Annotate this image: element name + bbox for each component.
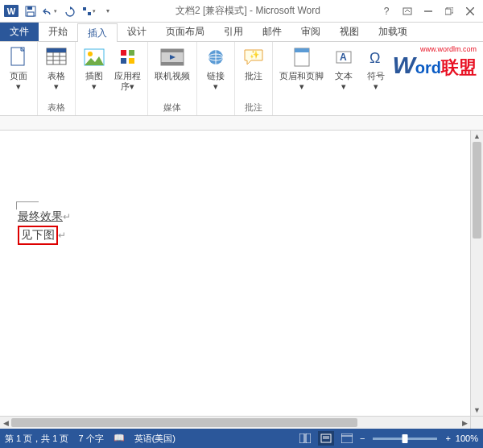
- group-illustrations: 插图 ▾ 应用程 序▾: [76, 42, 148, 115]
- paragraph-mark-icon: ↵: [63, 211, 71, 222]
- view-read-icon[interactable]: [297, 431, 313, 446]
- tab-design[interactable]: 设计: [118, 23, 156, 41]
- ribbon: 页面 ▾ 表格 ▾ 表格 插图 ▾ 应用程 序▾: [0, 42, 483, 116]
- apps-icon: [116, 45, 140, 69]
- status-proof-icon[interactable]: 📖: [114, 433, 125, 445]
- links-button[interactable]: 链接 ▾: [200, 44, 231, 93]
- svg-rect-3: [83, 7, 86, 10]
- tab-references[interactable]: 引用: [214, 23, 253, 41]
- scroll-up-icon[interactable]: ▲: [471, 131, 483, 142]
- zoom-slider[interactable]: [373, 438, 437, 440]
- minimize-icon[interactable]: [419, 3, 438, 19]
- svg-point-19: [88, 52, 93, 56]
- touch-mode-icon[interactable]: ▾: [80, 3, 97, 19]
- undo-icon[interactable]: ▾: [42, 3, 58, 19]
- horizontal-scrollbar[interactable]: ◀ ▶: [0, 416, 470, 429]
- group-media: 联机视频 媒体: [148, 42, 197, 115]
- tab-addins[interactable]: 加载项: [369, 23, 417, 41]
- quick-access-toolbar: W ▾ ▾ ▾: [0, 3, 119, 19]
- scroll-down-icon[interactable]: ▼: [471, 404, 483, 416]
- tab-home[interactable]: 开始: [39, 23, 77, 41]
- comment-button[interactable]: ✨ 批注: [238, 44, 269, 83]
- picture-icon: [82, 45, 106, 69]
- group-links: 链接 ▾: [197, 42, 235, 115]
- page-corner: [16, 201, 39, 209]
- scroll-thumb-vertical[interactable]: [473, 142, 481, 239]
- svg-rect-5: [403, 8, 411, 15]
- scroll-right-icon[interactable]: ▶: [459, 417, 470, 429]
- online-video-button[interactable]: 联机视频: [151, 44, 193, 83]
- horizontal-ruler[interactable]: [0, 116, 483, 131]
- svg-rect-20: [121, 50, 126, 56]
- statusbar: 第 1 页，共 1 页 7 个字 📖 英语(美国) − + 100%: [0, 429, 483, 448]
- status-language[interactable]: 英语(美国): [134, 433, 175, 445]
- svg-rect-33: [295, 48, 309, 52]
- svg-rect-21: [129, 50, 134, 56]
- svg-rect-23: [129, 58, 134, 64]
- zoom-level[interactable]: 100%: [456, 433, 478, 443]
- symbol-button[interactable]: Ω 符号 ▾: [361, 44, 391, 93]
- tab-view[interactable]: 视图: [330, 23, 369, 41]
- vertical-scrollbar[interactable]: ▲ ▼: [470, 131, 483, 416]
- svg-text:✨: ✨: [250, 49, 260, 60]
- zoom-in-icon[interactable]: +: [445, 433, 450, 443]
- tab-file[interactable]: 文件: [0, 23, 39, 41]
- scroll-corner: [470, 416, 483, 429]
- group-text: 页眉和页脚 ▾ A 文本 ▾ Ω 符号 ▾: [273, 42, 394, 115]
- group-pages: 页面 ▾: [0, 42, 38, 115]
- status-page[interactable]: 第 1 页，共 1 页: [5, 433, 68, 445]
- window-controls: ?: [377, 3, 483, 19]
- tab-layout[interactable]: 页面布局: [156, 23, 214, 41]
- comment-icon: ✨: [242, 45, 266, 69]
- save-icon[interactable]: [23, 3, 39, 19]
- text-line-2-highlighted[interactable]: 见下图: [18, 226, 58, 245]
- zoom-thumb[interactable]: [402, 434, 408, 443]
- symbol-icon: Ω: [364, 45, 388, 69]
- restore-icon[interactable]: [440, 3, 459, 19]
- document-area: 最终效果↵ 见下图↵ ▲ ▼: [0, 131, 483, 416]
- zoom-out-icon[interactable]: −: [360, 433, 365, 443]
- ribbon-display-icon[interactable]: [398, 3, 417, 19]
- svg-rect-25: [161, 49, 184, 52]
- svg-rect-2: [27, 12, 34, 16]
- apps-button[interactable]: 应用程 序▾: [111, 44, 144, 93]
- video-icon: [160, 45, 184, 69]
- document-text[interactable]: 最终效果↵ 见下图↵: [18, 209, 71, 245]
- illustrations-button[interactable]: 插图 ▾: [79, 44, 109, 93]
- svg-rect-1: [27, 6, 32, 10]
- tab-review[interactable]: 审阅: [291, 23, 330, 41]
- window-title: 文档2 [兼容模式] - Microsoft Word: [119, 4, 377, 18]
- paragraph-mark-icon: ↵: [58, 230, 66, 241]
- close-icon[interactable]: [460, 3, 480, 19]
- scroll-thumb-horizontal[interactable]: [11, 418, 357, 427]
- qat-customize-icon[interactable]: ▾: [100, 3, 116, 19]
- text-line-1[interactable]: 最终效果: [18, 209, 63, 222]
- text-button[interactable]: A 文本 ▾: [328, 44, 359, 93]
- scroll-left-icon[interactable]: ◀: [0, 417, 11, 429]
- view-web-icon[interactable]: [339, 431, 355, 446]
- pages-button[interactable]: 页面 ▾: [3, 44, 34, 93]
- svg-rect-22: [121, 58, 126, 64]
- svg-rect-17: [47, 48, 66, 52]
- redo-icon[interactable]: [61, 3, 77, 19]
- header-icon: [290, 45, 314, 69]
- link-icon: [204, 45, 228, 69]
- view-print-icon[interactable]: [318, 431, 334, 446]
- status-words[interactable]: 7 个字: [78, 433, 103, 445]
- ribbon-tabs: 文件 开始 插入 设计 页面布局 引用 邮件 审阅 视图 加载项: [0, 23, 483, 42]
- svg-rect-37: [299, 433, 304, 443]
- table-button[interactable]: 表格 ▾: [41, 44, 72, 93]
- svg-rect-26: [161, 62, 184, 65]
- help-icon[interactable]: ?: [377, 3, 396, 19]
- tab-mail[interactable]: 邮件: [253, 23, 291, 41]
- header-footer-button[interactable]: 页眉和页脚 ▾: [276, 44, 327, 93]
- group-comments: ✨ 批注 批注: [235, 42, 273, 115]
- tab-insert[interactable]: 插入: [77, 23, 118, 42]
- svg-rect-42: [341, 433, 353, 443]
- svg-rect-38: [306, 433, 311, 443]
- table-icon: [44, 45, 68, 69]
- document-canvas[interactable]: 最终效果↵ 见下图↵: [0, 131, 470, 416]
- watermark-brand: www.wordlm.com W ord 联盟: [392, 52, 477, 80]
- word-app-icon[interactable]: W: [3, 3, 19, 19]
- titlebar: W ▾ ▾ ▾ 文档2 [兼容模式] - Microsoft Word ?: [0, 0, 483, 23]
